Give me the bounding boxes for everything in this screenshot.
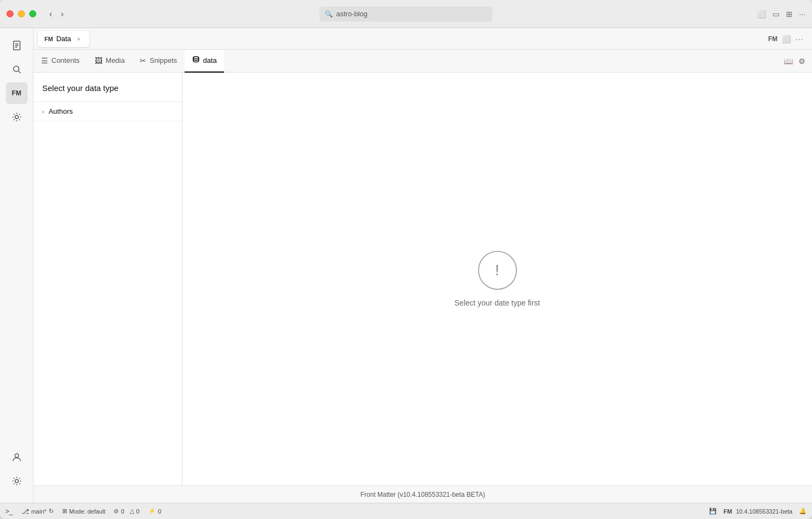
data-type-header: Select your data type — [34, 73, 182, 102]
icon-sidebar-bottom — [6, 446, 28, 496]
status-center-text: Front Matter (v10.4.108553321-beta BETA) — [361, 491, 486, 498]
close-button[interactable] — [6, 10, 14, 17]
save-icon[interactable]: 💾 — [709, 508, 717, 515]
sidebar-toggle-icon[interactable]: ⬜ — [757, 10, 766, 18]
settings-icon[interactable]: ⚙ — [798, 57, 806, 66]
grid-view-icon[interactable]: ⊞ — [786, 10, 793, 18]
status-bar: Front Matter (v10.4.108553321-beta BETA) — [34, 485, 812, 503]
sidebar-icon-settings[interactable] — [6, 106, 28, 128]
contents-icon: ☰ — [41, 56, 48, 65]
media-icon: 🖼 — [95, 56, 102, 65]
tab-data-label: data — [203, 56, 217, 64]
app-window: ‹ › 🔍 astro-blog ⬜ ▭ ⊞ ··· — [0, 0, 812, 519]
empty-state-icon: ! — [478, 251, 517, 290]
sidebar-icon-account[interactable] — [6, 446, 28, 468]
fm-logo: FM — [12, 89, 21, 97]
svg-point-7 — [15, 454, 18, 458]
editor-tab-label: Data — [56, 35, 71, 43]
editor-tab-close[interactable]: × — [74, 35, 83, 43]
title-bar: ‹ › 🔍 astro-blog ⬜ ▭ ⊞ ··· — [0, 0, 812, 28]
bell-icon[interactable]: 🔔 — [799, 508, 807, 515]
tab-bar-split-icon[interactable]: ⬜ — [782, 35, 791, 43]
snippets-icon: ✂ — [140, 56, 146, 65]
branch-name: main* — [31, 508, 47, 515]
version-text: FM 10.4.108553321-beta — [723, 508, 793, 515]
plugins-count: 0 — [158, 508, 161, 515]
bookmark-icon[interactable]: 📖 — [784, 57, 793, 66]
data-type-authors-label: Authors — [49, 107, 73, 115]
tab-snippets[interactable]: ✂ Snippets — [132, 50, 185, 73]
icon-sidebar-top: FM — [6, 35, 28, 444]
warnings-icon: △ — [130, 508, 134, 515]
icon-sidebar: FM — [0, 28, 34, 503]
bottom-bar-branch[interactable]: ⎇ main* ↻ — [22, 508, 54, 515]
sync-icon: ↻ — [49, 508, 54, 515]
sidebar-icon-gear[interactable] — [6, 470, 28, 492]
svg-point-6 — [15, 115, 18, 119]
forward-button[interactable]: › — [58, 8, 66, 20]
mode-label: Mode: default — [69, 508, 106, 515]
editor-tab-bar: FM Data × FM ⬜ ··· — [34, 28, 812, 50]
svg-line-5 — [18, 71, 21, 73]
errors-count: 0 — [121, 508, 124, 515]
tab-strip: ☰ Contents 🖼 Media ✂ Snippets — [34, 50, 812, 73]
more-options-icon[interactable]: ··· — [799, 10, 806, 18]
editor-tab-data[interactable]: FM Data × — [38, 31, 89, 47]
tab-bar-more-icon[interactable]: ··· — [795, 35, 803, 43]
version-fm-logo: FM — [723, 508, 732, 515]
sidebar-icon-file[interactable] — [6, 35, 28, 56]
bottom-bar: >_ ⎇ main* ↻ ⊞ Mode: default ⊘ 0 △ 0 ⚡ 0… — [0, 503, 812, 519]
main-area: FM Data × FM ⬜ ··· ☰ Contents 🖼 — [34, 28, 812, 503]
app-body: FM — [0, 28, 812, 503]
bottom-bar-errors[interactable]: ⊘ 0 △ 0 — [114, 508, 139, 515]
exclamation-mark: ! — [495, 262, 500, 279]
bottom-bar-terminal[interactable]: >_ — [5, 508, 13, 515]
back-button[interactable]: ‹ — [47, 8, 54, 20]
tab-contents-label: Contents — [51, 56, 80, 64]
tab-data[interactable]: data — [185, 50, 224, 73]
svg-point-8 — [15, 479, 18, 483]
plugins-icon: ⚡ — [148, 508, 156, 515]
tab-media-label: Media — [106, 56, 125, 64]
main-panel: ! Select your date type first — [182, 73, 812, 485]
errors-icon: ⊘ — [114, 508, 119, 515]
svg-point-9 — [193, 57, 199, 59]
data-tab-icon — [192, 56, 200, 65]
traffic-lights — [6, 10, 36, 17]
mode-icon: ⊞ — [62, 508, 67, 515]
nav-buttons: ‹ › — [47, 8, 66, 20]
sidebar-icon-search[interactable] — [6, 59, 28, 80]
bottom-bar-plugins[interactable]: ⚡ 0 — [148, 508, 161, 515]
branch-icon: ⎇ — [22, 508, 29, 515]
minimize-button[interactable] — [18, 10, 25, 17]
bottom-bar-mode[interactable]: ⊞ Mode: default — [62, 508, 106, 515]
svg-point-4 — [14, 66, 19, 72]
address-search-icon: 🔍 — [325, 10, 333, 18]
title-bar-right: ⬜ ▭ ⊞ ··· — [757, 10, 806, 18]
split-view-icon[interactable]: ▭ — [772, 10, 780, 18]
tab-snippets-label: Snippets — [149, 56, 177, 64]
sidebar-icon-fm[interactable]: FM — [6, 82, 28, 104]
warnings-count: 0 — [136, 508, 140, 515]
chevron-right-icon: › — [42, 108, 44, 115]
tab-strip-right: 📖 ⚙ — [784, 57, 806, 66]
data-type-authors[interactable]: › Authors — [34, 102, 182, 121]
maximize-button[interactable] — [29, 10, 36, 17]
empty-state-text: Select your date type first — [455, 299, 540, 307]
left-panel: Select your data type › Authors — [34, 73, 182, 485]
tab-contents[interactable]: ☰ Contents — [34, 50, 87, 73]
version-number: 10.4.108553321-beta — [736, 508, 793, 515]
bottom-bar-right: 💾 FM 10.4.108553321-beta 🔔 — [709, 508, 807, 515]
address-bar-text: astro-blog — [336, 10, 368, 18]
address-bar[interactable]: 🔍 astro-blog — [319, 7, 493, 22]
editor-tab-fm-logo: FM — [44, 36, 53, 42]
tab-bar-fm-icon[interactable]: FM — [768, 35, 777, 43]
content-area: Select your data type › Authors ! Select… — [34, 73, 812, 485]
terminal-icon: >_ — [5, 508, 13, 515]
tab-media[interactable]: 🖼 Media — [87, 50, 132, 73]
